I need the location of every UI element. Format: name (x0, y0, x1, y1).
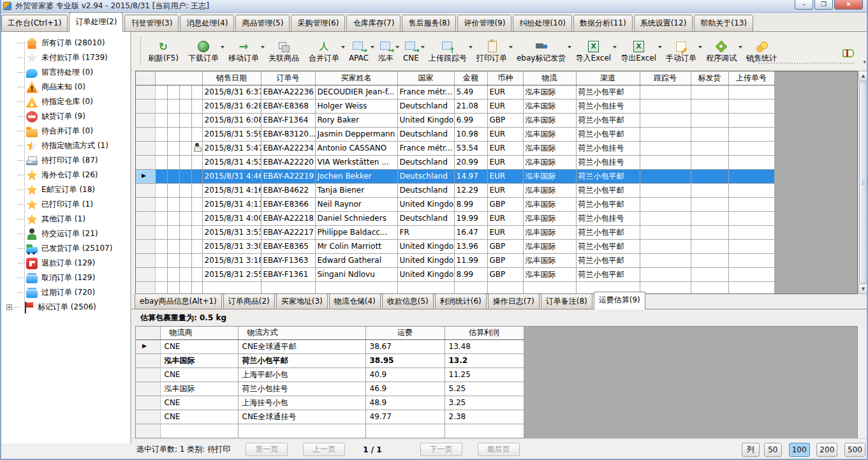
toolbar-button[interactable]: 程序调试 (706, 40, 737, 63)
toolbar-button[interactable]: 移动订单 (228, 40, 259, 63)
col-header-buyer[interactable]: 买家姓名 (315, 71, 397, 85)
order-row[interactable]: 2015/8/31 4:46 EBAY-A22219 Jochen Bekker… (136, 169, 774, 183)
freight-row[interactable]: 泓丰国际 荷兰小包平邮 38.95 13.2 (136, 353, 524, 367)
menu-tab[interactable]: 系统设置(12) (634, 15, 693, 32)
sidebar-item[interactable]: + 海外仓订单 (26) (1, 168, 130, 182)
sidebar-item[interactable]: + E邮宝订单 (18) (1, 182, 130, 197)
sidebar-item[interactable]: + 未付款订单 (1739) (1, 50, 130, 65)
row-selector-gutter[interactable] (136, 169, 155, 183)
sidebar-item[interactable]: + 缺货订单 (9) (1, 109, 130, 124)
menu-tab[interactable]: 纠纷处理(10) (513, 15, 572, 32)
toolbar-button[interactable]: 手动订单 (666, 40, 696, 63)
restore-button[interactable]: ❐ (814, 0, 833, 10)
order-row[interactable]: 2015/8/31 4:53 EBAY-A22220 VIA Werkstätt… (136, 155, 774, 169)
freight-row-gutter[interactable] (136, 353, 160, 367)
row-selector-gutter[interactable] (136, 281, 155, 294)
menu-tab[interactable]: 消息处理(4) (180, 15, 234, 32)
row-selector-gutter[interactable] (136, 197, 155, 211)
detail-tab[interactable]: 买家地址(3) (276, 293, 328, 309)
order-row[interactable]: 2015/8/31 4:00 EBAY-A22218 Daniel Schnie… (136, 211, 774, 225)
freight-row-gutter[interactable] (136, 382, 160, 396)
expand-icon[interactable]: + (6, 304, 12, 310)
menu-tab[interactable]: 评价管理(9) (457, 15, 511, 32)
row-selector-gutter[interactable] (136, 85, 155, 99)
order-row[interactable]: 2015/8/31 3:30 EBAY-E8365 Mr Colin Marri… (136, 239, 774, 253)
sidebar-item[interactable]: + 待交运订单 (21) (1, 226, 130, 241)
chevron-down-icon[interactable] (613, 46, 617, 50)
freight-row-gutter[interactable] (136, 396, 160, 410)
order-row[interactable]: 2015/8/31 5:59 EBAY-83120... Jasmin Depp… (136, 127, 774, 141)
col-header-carrier[interactable]: 物流商 (160, 327, 238, 339)
menu-tab[interactable]: 数据分析(11) (573, 15, 633, 32)
row-selector-gutter[interactable] (136, 155, 155, 169)
order-row[interactable]: 2015/8/31 6:37 EBAY-A22236 DECOUDIER Jea… (136, 85, 774, 99)
detail-tab[interactable]: 收款信息(5) (382, 293, 434, 309)
toolbar-button[interactable]: 合并订单 (309, 40, 339, 63)
row-selector-gutter[interactable] (136, 253, 155, 267)
row-selector-gutter[interactable] (136, 267, 155, 281)
order-row[interactable]: 2015/8/31 6:08 EBAY-F1364 Rory Baker Uni… (136, 113, 774, 127)
page-size-button[interactable]: 500 (844, 443, 865, 457)
toolbar-button[interactable]: 刷新(F5) (148, 40, 179, 63)
toolbar-button[interactable]: 导出Excel (621, 40, 656, 63)
first-page-button[interactable]: 第一页 (246, 443, 288, 456)
menu-tab[interactable]: 采购管理(6) (291, 15, 345, 32)
sidebar-item[interactable]: + 留言待处理 (0) (1, 65, 130, 80)
book-icon[interactable] (842, 49, 854, 57)
menu-tab[interactable]: 工作台(Ctrl+1) (1, 15, 68, 32)
sidebar-item[interactable]: + 所有订单 (28010) (1, 36, 130, 50)
col-header-currency[interactable]: 币种 (487, 71, 523, 85)
menu-tab[interactable]: 商品管理(5) (235, 15, 290, 32)
col-header-upload-no[interactable]: 上传单号 (728, 71, 774, 85)
row-selector-gutter[interactable] (136, 99, 155, 113)
freight-row-gutter[interactable] (136, 424, 160, 438)
toolbar-button[interactable]: CNE (403, 40, 419, 63)
row-selector-gutter[interactable] (136, 225, 155, 239)
close-button[interactable]: × (834, 0, 863, 10)
toolbar-customize-handle[interactable] (758, 63, 854, 64)
menu-tab[interactable]: 仓库库存(7) (346, 15, 401, 32)
sidebar-item[interactable]: + 待打印订单 (87) (1, 153, 130, 168)
sidebar-item[interactable]: + 退款订单 (129) (1, 256, 130, 271)
chevron-down-icon[interactable] (371, 46, 374, 50)
col-header-order-no[interactable]: 订单号 (261, 71, 315, 85)
detail-tab[interactable]: 操作日志(7) (488, 293, 540, 309)
col-header-country[interactable]: 国家 (397, 71, 454, 85)
col-header-profit[interactable]: 估算利润 (445, 327, 524, 339)
order-row[interactable]: 2015/8/31 4:16 EBAY-B4622 Tanja Biener D… (136, 183, 774, 197)
col-header-tracking[interactable]: 跟踪号 (640, 71, 691, 85)
order-row[interactable]: 2015/8/31 6:28 EBAY-E8368 Holger Weiss D… (136, 99, 774, 113)
sidebar-item[interactable]: + 其他订单 (1) (1, 212, 130, 226)
sidebar-item[interactable]: + 已发货订单 (25107) (1, 241, 130, 256)
chevron-down-icon[interactable] (568, 46, 571, 50)
freight-row-gutter[interactable] (136, 410, 160, 424)
freight-row[interactable]: CNE 上海挂号小包 48.9 3.25 (136, 396, 524, 410)
toolbar-button[interactable]: 关联商品 (268, 40, 299, 63)
sidebar-item[interactable]: + 商品未知 (0) (1, 80, 130, 94)
menu-tab[interactable]: 帮助关于(13) (694, 15, 753, 32)
last-page-button[interactable]: 最后页 (478, 443, 520, 456)
chevron-down-icon[interactable] (261, 46, 265, 50)
sidebar-item[interactable]: + 过期订单 (720) (1, 285, 130, 300)
sidebar-item[interactable]: + 待指定仓库 (0) (1, 94, 130, 109)
freight-row[interactable]: CNE CNE全球通平邮 38.67 13.48 (136, 339, 524, 353)
row-selector-gutter[interactable] (136, 113, 155, 127)
page-size-button[interactable]: 100 (789, 443, 810, 457)
detail-tab[interactable]: 订单备注(8) (541, 293, 592, 309)
toolbar-button[interactable]: 上传跟踪号 (429, 40, 467, 63)
col-header-amount[interactable]: 金额 (454, 71, 487, 85)
sidebar-item[interactable]: + 取消订单 (129) (1, 271, 130, 285)
chevron-down-icon[interactable] (739, 46, 742, 50)
order-row[interactable]: 2015/8/31 5:47 EBAY-A22234 Antonio CASSA… (136, 141, 774, 155)
freight-row[interactable]: CNE 上海平邮小包 40.9 11.25 (136, 367, 524, 382)
order-row[interactable]: 2015/8/31 3:18 EBAY-F1363 Edward Gathera… (136, 253, 774, 267)
chevron-down-icon[interactable] (658, 46, 662, 50)
menu-tab[interactable]: 订单处理(2) (69, 12, 123, 32)
detail-tab[interactable]: 订单商品(2) (223, 293, 275, 309)
sidebar-item[interactable]: + 待合并订单 (0) (1, 124, 130, 138)
chevron-down-icon[interactable] (221, 46, 224, 50)
chevron-down-icon[interactable] (469, 46, 473, 50)
prev-page-button[interactable]: 上一页 (303, 443, 345, 456)
detail-tab[interactable]: 利润统计(6) (435, 293, 487, 309)
detail-tab[interactable]: ebay商品信息(Alt+1) (135, 293, 222, 309)
